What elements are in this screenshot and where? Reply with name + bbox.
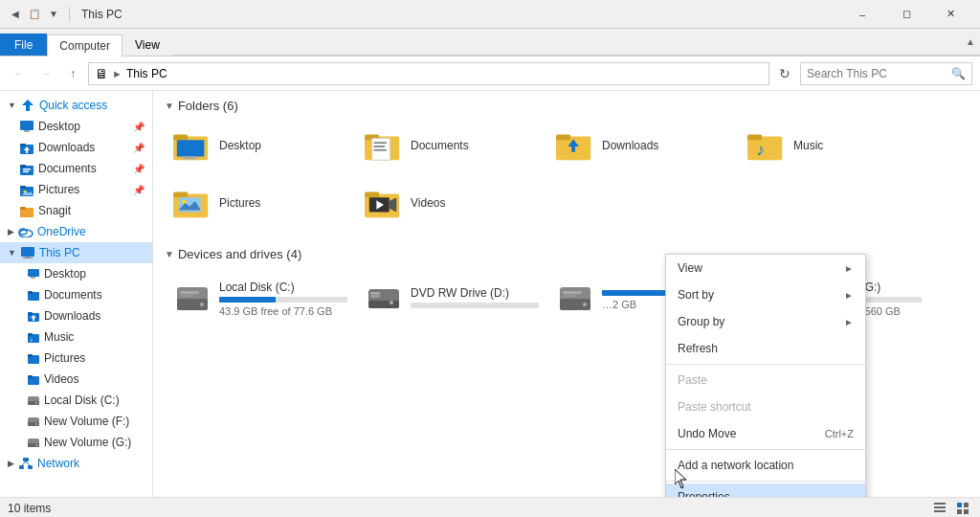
sidebar-thispc-downloads[interactable]: Downloads <box>0 305 152 326</box>
ctx-view[interactable]: View ► <box>666 255 865 281</box>
sidebar-section-network[interactable]: ▶ Network <box>0 453 152 474</box>
breadcrumb-bar[interactable]: 🖥 ► This PC <box>88 62 769 85</box>
tab-file[interactable]: File <box>0 34 47 56</box>
sidebar-item-label: Videos <box>44 372 78 386</box>
tab-computer[interactable]: Computer <box>47 34 122 56</box>
drive-c-size: 43.9 GB free of 77.6 GB <box>219 305 347 317</box>
sidebar-item-desktop[interactable]: Desktop 📌 <box>0 116 152 137</box>
drive-d[interactable]: DVD DVD RW Drive (D:) <box>356 265 547 332</box>
pictures-folder-icon <box>173 186 212 220</box>
pictures-icon <box>19 182 34 197</box>
svg-text:DVD: DVD <box>370 293 383 299</box>
details-view-button[interactable] <box>930 500 949 517</box>
svg-rect-24 <box>28 291 33 294</box>
sidebar-thispc-c[interactable]: Local Disk (C:) <box>0 390 152 411</box>
svg-rect-81 <box>368 301 399 308</box>
folder-name: Downloads <box>602 139 658 152</box>
folder-documents[interactable]: Documents <box>356 117 547 174</box>
folder-name: Videos <box>411 196 445 210</box>
qat-properties[interactable]: 📋 <box>27 7 42 22</box>
drive-d-name: DVD RW Drive (D:) <box>411 286 539 300</box>
qat-dropdown[interactable]: ▼ <box>46 7 61 22</box>
window-controls: – ◻ ✕ <box>840 0 972 29</box>
sidebar-thispc-f[interactable]: New Volume (F:) <box>0 411 152 432</box>
svg-rect-89 <box>563 295 576 297</box>
minimize-button[interactable]: – <box>840 0 884 29</box>
item-count: 10 items <box>8 502 51 515</box>
folder-pictures[interactable]: Pictures <box>165 174 356 232</box>
sidebar-section-thispc[interactable]: ▼ This PC <box>0 242 152 263</box>
ctx-undo-move-label: Undo Move <box>678 427 736 440</box>
dl-sm-icon <box>27 309 40 323</box>
sidebar-thispc-music[interactable]: ♪ Music <box>0 326 152 348</box>
svg-rect-63 <box>747 135 762 141</box>
ctx-undo-move[interactable]: Undo Move Ctrl+Z <box>666 420 865 447</box>
sidebar-item-label: New Volume (F:) <box>44 415 129 428</box>
sidebar-thispc-desktop[interactable]: Desktop <box>0 263 152 284</box>
sidebar-item-label: Downloads <box>44 309 100 323</box>
drive-c-name: Local Disk (C:) <box>219 281 347 294</box>
svg-rect-18 <box>21 247 34 257</box>
search-input[interactable] <box>807 67 951 80</box>
folder-grid: Desktop Documents <box>153 117 980 239</box>
tab-view[interactable]: View <box>122 34 172 56</box>
sidebar-thispc-documents[interactable]: Documents <box>0 284 152 305</box>
sidebar-thispc-pictures[interactable]: Pictures <box>0 348 152 369</box>
sidebar-item-downloads[interactable]: Downloads 📌 <box>0 137 152 158</box>
svg-rect-46 <box>28 465 33 469</box>
svg-rect-2 <box>24 130 30 132</box>
title-bar: ◀ 📋 ▼ This PC – ◻ ✕ <box>0 0 980 29</box>
back-button[interactable]: ← <box>8 62 31 85</box>
ctx-sortby[interactable]: Sort by ► <box>666 281 865 308</box>
hdd-c-icon <box>173 280 212 318</box>
svg-rect-88 <box>563 291 582 294</box>
address-bar: ← → ↑ 🖥 ► This PC ↻ 🔍 <box>0 56 980 91</box>
folder-name: Documents <box>411 139 469 152</box>
close-button[interactable]: ✕ <box>928 0 972 29</box>
pc-icon-sidebar <box>20 246 35 259</box>
breadcrumb-path: This PC <box>126 67 167 80</box>
svg-marker-0 <box>22 100 33 111</box>
ctx-refresh[interactable]: Refresh <box>666 335 865 362</box>
svg-rect-36 <box>28 401 39 405</box>
pc-icon: 🖥 <box>95 66 108 81</box>
drive-c-info: Local Disk (C:) 43.9 GB free of 77.6 GB <box>219 281 347 317</box>
pics-sm-icon <box>27 351 40 365</box>
sidebar-item-snagit[interactable]: Snagit <box>0 200 152 221</box>
sidebar-label-network: Network <box>37 457 79 470</box>
ctx-groupby[interactable]: Group by ► <box>666 308 865 335</box>
drives-header-label: Devices and drives (4) <box>178 247 301 261</box>
drive-c[interactable]: Local Disk (C:) 43.9 GB free of 77.6 GB <box>165 265 356 332</box>
sidebar-section-onedrive[interactable]: ▶ OneDrive <box>0 221 152 242</box>
sidebar-thispc-videos[interactable]: Videos <box>0 369 152 390</box>
folder-downloads[interactable]: Downloads <box>547 117 739 174</box>
folders-chevron: ▼ <box>165 101 174 111</box>
restore-button[interactable]: ◻ <box>884 0 928 29</box>
network-chevron: ▶ <box>8 459 14 468</box>
ctx-properties[interactable]: Properties <box>666 483 865 497</box>
folder-desktop[interactable]: Desktop <box>165 117 356 174</box>
ctx-add-network[interactable]: Add a network location <box>666 452 865 479</box>
pin-icon: 📌 <box>133 185 145 195</box>
svg-rect-15 <box>20 207 26 210</box>
refresh-button[interactable]: ↻ <box>773 62 796 85</box>
tiles-view-button[interactable] <box>953 500 972 517</box>
svg-rect-102 <box>964 509 969 514</box>
qat-back[interactable]: ◀ <box>8 7 23 22</box>
search-box[interactable]: 🔍 <box>800 62 972 85</box>
svg-rect-7 <box>20 165 26 168</box>
forward-button[interactable]: → <box>34 62 57 85</box>
sidebar-item-label: Documents <box>38 162 97 175</box>
up-button[interactable]: ↑ <box>61 62 84 85</box>
thispc-chevron: ▼ <box>8 248 16 258</box>
sidebar-section-quickaccess[interactable]: ▼ Quick access <box>0 95 152 116</box>
svg-rect-97 <box>934 506 946 508</box>
sidebar-item-documents[interactable]: Documents 📌 <box>0 158 152 179</box>
folder-videos[interactable]: Videos <box>356 174 547 232</box>
sidebar-item-pictures[interactable]: Pictures 📌 <box>0 179 152 200</box>
folder-music[interactable]: ♪ Music <box>739 117 930 174</box>
window-title: This PC <box>81 8 122 21</box>
folders-section-header[interactable]: ▼ Folders (6) <box>153 91 980 117</box>
ribbon-collapse[interactable]: ▲ <box>961 29 980 56</box>
sidebar-thispc-g[interactable]: New Volume (G:) <box>0 432 152 453</box>
